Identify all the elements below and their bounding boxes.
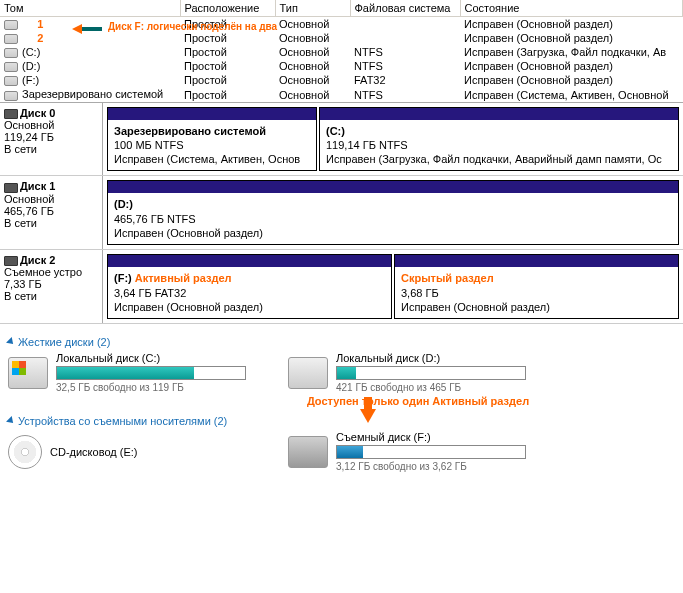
partition-header — [108, 108, 316, 120]
volume-icon — [4, 20, 18, 30]
chevron-icon — [6, 337, 16, 347]
annotation-text: Диск F: логически поделён на два — [108, 21, 277, 32]
volume-icon — [4, 76, 18, 86]
hdd-windows-icon — [8, 357, 48, 389]
drive-name: Локальный диск (C:) — [56, 352, 248, 364]
drive-item-d[interactable]: Локальный диск (D:) 421 ГБ свободно из 4… — [288, 352, 528, 393]
table-row[interactable]: (C:) ПростойОсновнойNTFSИсправен (Загруз… — [0, 45, 683, 59]
volume-table[interactable]: Том Расположение Тип Файловая система Со… — [0, 0, 683, 102]
partition-header — [108, 181, 678, 193]
partition[interactable]: (C:)119,14 ГБ NTFSИсправен (Загрузка, Фа… — [319, 107, 679, 172]
col-layout[interactable]: Расположение — [180, 0, 275, 17]
partition-header — [395, 255, 678, 267]
capacity-bar — [336, 445, 526, 459]
drive-item-e[interactable]: CD-дисковод (E:) — [8, 431, 248, 472]
annotation-number: 2 — [37, 32, 43, 44]
annotation-arrow-icon — [72, 24, 102, 36]
explorer-section: Жесткие диски (2) Локальный диск (C:) 32… — [0, 324, 683, 478]
annotation-arrow-down-icon — [360, 409, 376, 423]
volume-icon — [4, 91, 18, 101]
cd-icon — [8, 435, 42, 469]
table-header-row[interactable]: Том Расположение Тип Файловая система Со… — [0, 0, 683, 17]
hdd-icon — [288, 357, 328, 389]
col-status[interactable]: Состояние — [460, 0, 683, 17]
table-row[interactable]: (D:) ПростойОсновнойNTFSИсправен (Основн… — [0, 59, 683, 73]
annotation-text: Доступен только один Активный раздел — [307, 395, 529, 407]
annotation-text: Скрытый раздел — [401, 272, 494, 284]
partition-hidden[interactable]: Скрытый раздел3,68 ГБИсправен (Основной … — [394, 254, 679, 319]
annotation-number: 1 — [37, 18, 43, 30]
drive-name: Локальный диск (D:) — [336, 352, 528, 364]
annotation-text: Активный раздел — [135, 272, 232, 284]
partition[interactable]: Зарезервировано системой100 МБ NTFSИспра… — [107, 107, 317, 172]
drive-name: CD-дисковод (E:) — [50, 446, 248, 458]
disk-icon — [4, 256, 18, 266]
disk-row[interactable]: Диск 0 Основной119,24 ГБВ сети Зарезерви… — [0, 103, 683, 177]
volume-icon — [4, 48, 18, 58]
drive-item-f[interactable]: Съемный диск (F:) 3,12 ГБ свободно из 3,… — [288, 431, 528, 472]
col-fs[interactable]: Файловая система — [350, 0, 460, 17]
disk-label: Диск 0 Основной119,24 ГБВ сети — [0, 103, 103, 176]
table-row[interactable]: 1 ПростойОсновнойИсправен (Основной разд… — [0, 17, 683, 32]
capacity-bar — [336, 366, 526, 380]
partition-header — [320, 108, 678, 120]
table-row[interactable]: (F:) ПростойОсновнойFAT32Исправен (Основ… — [0, 73, 683, 87]
group-header-removable[interactable]: Устройства со съемными носителями (2) — [8, 409, 308, 431]
chevron-icon — [6, 416, 16, 426]
disk-label: Диск 2 Съемное устро7,33 ГБВ сети — [0, 250, 103, 323]
drive-name: Съемный диск (F:) — [336, 431, 528, 443]
group-header-hdd[interactable]: Жесткие диски (2) — [8, 330, 675, 352]
disk-icon — [4, 109, 18, 119]
drive-item-c[interactable]: Локальный диск (C:) 32,5 ГБ свободно из … — [8, 352, 248, 393]
volume-icon — [4, 34, 18, 44]
drive-free-text: 421 ГБ свободно из 465 ГБ — [336, 382, 528, 393]
col-type[interactable]: Тип — [275, 0, 350, 17]
col-volume[interactable]: Том — [0, 0, 180, 17]
drive-free-text: 32,5 ГБ свободно из 119 ГБ — [56, 382, 248, 393]
partition[interactable]: (D:)465,76 ГБ NTFSИсправен (Основной раз… — [107, 180, 679, 245]
removable-disk-icon — [288, 436, 328, 468]
partition-active[interactable]: (F:) Активный раздел3,64 ГБ FAT32Исправе… — [107, 254, 392, 319]
disk-row[interactable]: Диск 2 Съемное устро7,33 ГБВ сети (F:) А… — [0, 250, 683, 324]
disk-icon — [4, 183, 18, 193]
capacity-bar — [56, 366, 246, 380]
disk-row[interactable]: Диск 1 Основной465,76 ГБВ сети (D:)465,7… — [0, 176, 683, 250]
drive-free-text: 3,12 ГБ свободно из 3,62 ГБ — [336, 461, 528, 472]
partition-header — [108, 255, 391, 267]
disk-label: Диск 1 Основной465,76 ГБВ сети — [0, 176, 103, 249]
table-row[interactable]: Зарезервировано системой ПростойОсновной… — [0, 87, 683, 101]
volume-icon — [4, 62, 18, 72]
table-row[interactable]: 2 ПростойОсновнойИсправен (Основной разд… — [0, 31, 683, 45]
